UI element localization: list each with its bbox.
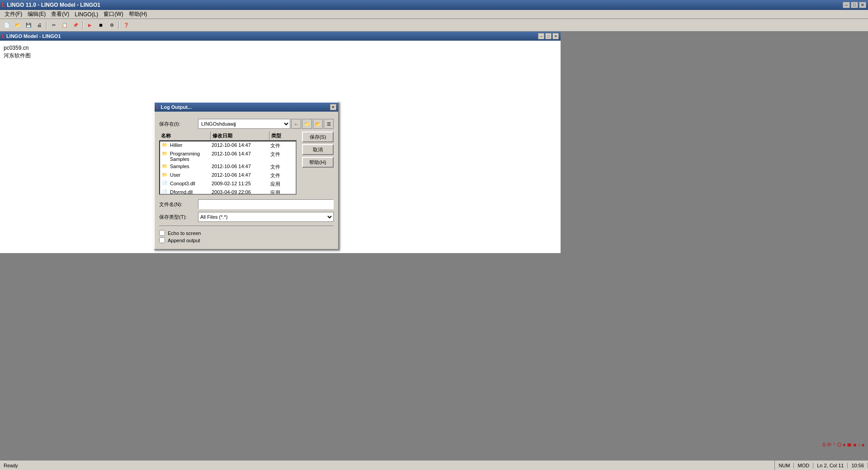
toolbar-sep3 bbox=[118, 21, 119, 29]
toolbar-copy[interactable]: 📋 bbox=[60, 20, 70, 30]
status-right: NUM MOD Ln 2, Col 11 10:56 bbox=[775, 463, 868, 468]
doc-text-line2: 河东软件图 bbox=[4, 52, 557, 60]
toolbar-save[interactable]: 💾 bbox=[24, 20, 33, 30]
doc-icon: L bbox=[2, 34, 5, 39]
file-name: User bbox=[169, 172, 210, 179]
file-date: 2009-02-12 11:25 bbox=[210, 181, 269, 188]
file-name: Conopt3.dll bbox=[169, 181, 210, 188]
save-location-label: 保存在(I): bbox=[159, 121, 195, 127]
dialog-titlebar: L Log Output... ✕ bbox=[155, 103, 338, 112]
log-output-dialog: L Log Output... ✕ 保存在(I): LINGOshduawjj … bbox=[154, 102, 339, 250]
append-checkbox[interactable] bbox=[159, 237, 165, 243]
nav-back-button[interactable]: ← bbox=[291, 119, 301, 129]
doc-text-line1: pc0359.cn bbox=[4, 44, 557, 52]
folder-icon: 📁 bbox=[160, 172, 169, 179]
filetype-select[interactable]: All Files (*.*) bbox=[198, 212, 334, 222]
status-time: 10:56 bbox=[848, 463, 868, 468]
doc-title: LINGO Model - LINGO1 bbox=[6, 33, 61, 39]
file-date: 2012-10-06 14:47 bbox=[210, 142, 269, 149]
col-name: 名称 bbox=[159, 132, 211, 140]
file-list[interactable]: 📁Hillier2012-10-06 14:47文件📁Programming S… bbox=[159, 141, 297, 195]
toolbar-new[interactable]: 📄 bbox=[2, 20, 12, 30]
nav-up-button[interactable]: 📁 bbox=[302, 119, 312, 129]
list-item[interactable]: 📁Programming Samples2012-10-06 14:47文件 bbox=[160, 150, 296, 163]
nav-new-folder-button[interactable]: 📂 bbox=[313, 119, 323, 129]
menu-lingo[interactable]: LINGO(L) bbox=[72, 10, 101, 19]
doc-minimize-button[interactable]: ─ bbox=[538, 33, 544, 39]
doc-close-button[interactable]: ✕ bbox=[552, 33, 559, 39]
menu-edit[interactable]: 编辑(E) bbox=[25, 9, 48, 19]
status-ready: Ready bbox=[0, 461, 775, 470]
cancel-button[interactable]: 取消 bbox=[302, 144, 334, 155]
toolbar-sep1 bbox=[46, 21, 47, 29]
menu-window[interactable]: 窗口(W) bbox=[101, 9, 126, 19]
location-select[interactable]: LINGOshduawjj bbox=[198, 119, 290, 129]
file-name: Samples bbox=[169, 164, 210, 170]
toolbar: 📄 📂 💾 🖨 ✂ 📋 📌 ▶ ⏹ ⚙ ❓ bbox=[0, 19, 868, 32]
echo-row: Echo to screen bbox=[159, 230, 334, 236]
toolbar-print[interactable]: 🖨 bbox=[34, 20, 44, 30]
file-type: 文件 bbox=[269, 164, 296, 170]
file-name: Programming Samples bbox=[169, 151, 210, 162]
status-num: NUM bbox=[775, 463, 794, 468]
action-buttons: 保存(S) 取消 帮助(H) bbox=[302, 132, 334, 197]
list-item[interactable]: 📄Dformd.dll2003-04-09 22:06应用 bbox=[160, 188, 296, 195]
toolbar-paste[interactable]: 📌 bbox=[71, 20, 80, 30]
toolbar-sep2 bbox=[82, 21, 83, 29]
dialog-body: 保存在(I): LINGOshduawjj ← 📁 📂 ☰ 名称 bbox=[155, 112, 338, 249]
file-date: 2003-04-09 22:06 bbox=[210, 189, 269, 195]
list-item[interactable]: 📁Samples2012-10-06 14:47文件 bbox=[160, 163, 296, 171]
toolbar-cut[interactable]: ✂ bbox=[49, 20, 59, 30]
list-item[interactable]: 📄Conopt3.dll2009-02-12 11:25应用 bbox=[160, 180, 296, 188]
dialog-icon: L bbox=[156, 105, 159, 110]
options-section: Echo to screen Append output bbox=[159, 226, 334, 243]
close-button[interactable]: ✕ bbox=[859, 2, 866, 8]
menu-bar: 文件(F) 编辑(E) 查看(V) LINGO(L) 窗口(W) 帮助(H) bbox=[0, 10, 868, 19]
filetype-row: 保存类型(T): All Files (*.*) bbox=[159, 212, 334, 222]
toolbar-help[interactable]: ❓ bbox=[121, 20, 131, 30]
filename-input[interactable] bbox=[198, 199, 334, 209]
nav-view-button[interactable]: ☰ bbox=[324, 119, 334, 129]
toolbar-stop[interactable]: ⏹ bbox=[96, 20, 106, 30]
append-row: Append output bbox=[159, 237, 334, 243]
doc-titlebar: L LINGO Model - LINGO1 ─ □ ✕ bbox=[0, 32, 561, 41]
save-button[interactable]: 保存(S) bbox=[302, 132, 334, 142]
col-date: 修改日期 bbox=[211, 132, 269, 140]
menu-file[interactable]: 文件(F) bbox=[2, 9, 25, 19]
help-button[interactable]: 帮助(H) bbox=[302, 157, 334, 168]
location-bar: LINGOshduawjj ← 📁 📂 ☰ bbox=[198, 119, 334, 129]
list-item[interactable]: 📁User2012-10-06 14:47文件 bbox=[160, 171, 296, 180]
toolbar-options[interactable]: ⚙ bbox=[107, 20, 117, 30]
file-list-container: 名称 修改日期 类型 📁Hillier2012-10-06 14:47文件📁Pr… bbox=[159, 132, 297, 197]
file-date: 2012-10-06 14:47 bbox=[210, 172, 269, 179]
titlebar-buttons: ─ □ ✕ bbox=[843, 2, 866, 8]
file-name: Dformd.dll bbox=[169, 189, 210, 195]
file-date: 2012-10-06 14:47 bbox=[210, 164, 269, 170]
minimize-button[interactable]: ─ bbox=[843, 2, 850, 8]
file-icon: 📄 bbox=[160, 181, 169, 188]
list-item[interactable]: 📁Hillier2012-10-06 14:47文件 bbox=[160, 141, 296, 150]
file-area: 名称 修改日期 类型 📁Hillier2012-10-06 14:47文件📁Pr… bbox=[159, 132, 334, 197]
folder-icon: 📁 bbox=[160, 142, 169, 149]
app-icon: L bbox=[2, 2, 5, 8]
file-name: Hillier bbox=[169, 142, 210, 149]
app-titlebar: L LINGO 11.0 - LINGO Model - LINGO1 ─ □ … bbox=[0, 0, 868, 10]
toolbar-solve[interactable]: ▶ bbox=[85, 20, 95, 30]
doc-titlebar-buttons: ─ □ ✕ bbox=[538, 33, 559, 39]
status-position: Ln 2, Col 11 bbox=[813, 463, 848, 468]
doc-maximize-button[interactable]: □ bbox=[545, 33, 552, 39]
status-mod: MOD bbox=[794, 463, 813, 468]
folder-icon: 📁 bbox=[160, 151, 169, 162]
toolbar-open[interactable]: 📂 bbox=[13, 20, 23, 30]
file-date: 2012-10-06 14:47 bbox=[210, 151, 269, 162]
filename-row: 文件名(N): bbox=[159, 199, 334, 209]
app-title: LINGO 11.0 - LINGO Model - LINGO1 bbox=[7, 2, 100, 8]
file-type: 应用 bbox=[269, 189, 296, 195]
menu-view[interactable]: 查看(V) bbox=[48, 9, 72, 19]
echo-checkbox[interactable] bbox=[159, 230, 165, 236]
dialog-title: Log Output... bbox=[161, 104, 192, 110]
dialog-close-button[interactable]: ✕ bbox=[330, 104, 336, 110]
file-type: 文件 bbox=[269, 172, 296, 179]
maximize-button[interactable]: □ bbox=[851, 2, 858, 8]
menu-help[interactable]: 帮助(H) bbox=[126, 9, 150, 19]
